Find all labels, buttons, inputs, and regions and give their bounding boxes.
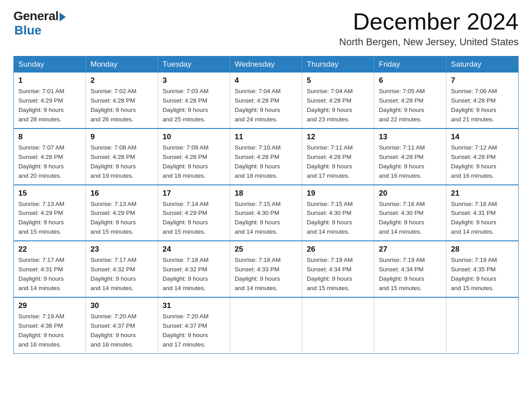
day-number: 13 [379, 133, 442, 141]
week-row-4: 22Sunrise: 7:17 AMSunset: 4:31 PMDayligh… [14, 241, 519, 297]
day-info: Sunrise: 7:19 AMSunset: 4:34 PMDaylight:… [307, 256, 369, 293]
day-info: Sunrise: 7:18 AMSunset: 4:32 PMDaylight:… [163, 256, 225, 293]
day-number: 4 [235, 76, 297, 85]
day-info: Sunrise: 7:13 AMSunset: 4:29 PMDaylight:… [90, 200, 153, 237]
calendar-cell: 13Sunrise: 7:11 AMSunset: 4:28 PMDayligh… [374, 128, 446, 185]
day-number: 29 [18, 301, 81, 310]
weekday-header-thursday: Thursday [302, 56, 374, 73]
calendar-cell: 10Sunrise: 7:09 AMSunset: 4:28 PMDayligh… [158, 128, 230, 185]
calendar-cell: 18Sunrise: 7:15 AMSunset: 4:30 PMDayligh… [230, 185, 302, 241]
day-number: 2 [90, 76, 153, 85]
calendar-cell: 19Sunrise: 7:15 AMSunset: 4:30 PMDayligh… [302, 185, 374, 241]
calendar-cell: 21Sunrise: 7:16 AMSunset: 4:31 PMDayligh… [446, 185, 519, 241]
calendar-cell: 16Sunrise: 7:13 AMSunset: 4:29 PMDayligh… [86, 185, 158, 241]
weekday-header-friday: Friday [374, 56, 446, 73]
day-info: Sunrise: 7:13 AMSunset: 4:29 PMDaylight:… [18, 200, 81, 237]
day-number: 1 [18, 76, 81, 85]
calendar-cell: 14Sunrise: 7:12 AMSunset: 4:28 PMDayligh… [446, 128, 519, 185]
day-number: 30 [90, 301, 153, 310]
day-number: 14 [451, 133, 514, 141]
day-number: 18 [235, 189, 297, 198]
day-info: Sunrise: 7:09 AMSunset: 4:28 PMDaylight:… [163, 143, 225, 181]
calendar-cell: 6Sunrise: 7:05 AMSunset: 4:28 PMDaylight… [374, 73, 446, 128]
day-info: Sunrise: 7:17 AMSunset: 4:31 PMDaylight:… [18, 256, 81, 293]
calendar-cell: 30Sunrise: 7:20 AMSunset: 4:37 PMDayligh… [86, 297, 158, 353]
day-info: Sunrise: 7:06 AMSunset: 4:28 PMDaylight:… [451, 87, 514, 124]
day-number: 16 [90, 189, 153, 198]
week-row-3: 15Sunrise: 7:13 AMSunset: 4:29 PMDayligh… [14, 185, 519, 241]
month-title: December 2024 [339, 9, 519, 34]
day-info: Sunrise: 7:20 AMSunset: 4:37 PMDaylight:… [90, 312, 153, 350]
day-info: Sunrise: 7:17 AMSunset: 4:32 PMDaylight:… [90, 256, 153, 293]
day-info: Sunrise: 7:16 AMSunset: 4:31 PMDaylight:… [451, 200, 514, 237]
week-row-2: 8Sunrise: 7:07 AMSunset: 4:28 PMDaylight… [14, 128, 519, 185]
calendar-cell: 2Sunrise: 7:02 AMSunset: 4:28 PMDaylight… [86, 73, 158, 128]
day-number: 5 [307, 76, 369, 85]
calendar-cell [374, 297, 446, 353]
calendar-cell: 17Sunrise: 7:14 AMSunset: 4:29 PMDayligh… [158, 185, 230, 241]
day-number: 22 [18, 245, 81, 254]
logo: General Blue [13, 9, 66, 38]
day-number: 9 [90, 133, 153, 141]
day-number: 17 [163, 189, 225, 198]
location-title: North Bergen, New Jersey, United States [339, 36, 519, 48]
day-info: Sunrise: 7:12 AMSunset: 4:28 PMDaylight:… [451, 143, 514, 181]
day-number: 28 [451, 245, 514, 254]
calendar-cell: 9Sunrise: 7:08 AMSunset: 4:28 PMDaylight… [86, 128, 158, 185]
day-number: 26 [307, 245, 369, 254]
calendar-cell: 26Sunrise: 7:19 AMSunset: 4:34 PMDayligh… [302, 241, 374, 297]
day-info: Sunrise: 7:03 AMSunset: 4:28 PMDaylight:… [163, 87, 225, 124]
day-number: 23 [90, 245, 153, 254]
week-row-1: 1Sunrise: 7:01 AMSunset: 4:29 PMDaylight… [14, 73, 519, 128]
weekday-header-saturday: Saturday [446, 56, 519, 73]
day-info: Sunrise: 7:02 AMSunset: 4:28 PMDaylight:… [90, 87, 153, 124]
day-info: Sunrise: 7:16 AMSunset: 4:30 PMDaylight:… [379, 200, 442, 237]
day-number: 15 [18, 189, 81, 198]
calendar-cell: 15Sunrise: 7:13 AMSunset: 4:29 PMDayligh… [14, 185, 86, 241]
weekday-header-wednesday: Wednesday [230, 56, 302, 73]
day-number: 19 [307, 189, 369, 198]
logo-general-text: General [13, 9, 59, 23]
day-info: Sunrise: 7:01 AMSunset: 4:29 PMDaylight:… [18, 87, 81, 124]
day-info: Sunrise: 7:19 AMSunset: 4:36 PMDaylight:… [18, 312, 81, 350]
calendar-cell: 5Sunrise: 7:04 AMSunset: 4:28 PMDaylight… [302, 73, 374, 128]
calendar-cell: 31Sunrise: 7:20 AMSunset: 4:37 PMDayligh… [158, 297, 230, 353]
calendar-cell: 28Sunrise: 7:19 AMSunset: 4:35 PMDayligh… [446, 241, 519, 297]
logo-blue-text: Blue [14, 23, 42, 38]
day-info: Sunrise: 7:19 AMSunset: 4:34 PMDaylight:… [379, 256, 442, 293]
day-number: 11 [235, 133, 297, 141]
day-number: 21 [451, 189, 514, 198]
calendar-cell: 23Sunrise: 7:17 AMSunset: 4:32 PMDayligh… [86, 241, 158, 297]
calendar-table: SundayMondayTuesdayWednesdayThursdayFrid… [13, 56, 519, 353]
day-number: 8 [18, 133, 81, 141]
day-info: Sunrise: 7:08 AMSunset: 4:28 PMDaylight:… [90, 143, 153, 181]
day-info: Sunrise: 7:04 AMSunset: 4:28 PMDaylight:… [235, 87, 297, 124]
day-info: Sunrise: 7:15 AMSunset: 4:30 PMDaylight:… [235, 200, 297, 237]
day-info: Sunrise: 7:10 AMSunset: 4:28 PMDaylight:… [235, 143, 297, 181]
day-info: Sunrise: 7:04 AMSunset: 4:28 PMDaylight:… [307, 87, 369, 124]
calendar-cell: 3Sunrise: 7:03 AMSunset: 4:28 PMDaylight… [158, 73, 230, 128]
day-number: 12 [307, 133, 369, 141]
day-info: Sunrise: 7:11 AMSunset: 4:28 PMDaylight:… [307, 143, 369, 181]
calendar-cell [230, 297, 302, 353]
weekday-header-row: SundayMondayTuesdayWednesdayThursdayFrid… [14, 56, 519, 73]
calendar-cell: 22Sunrise: 7:17 AMSunset: 4:31 PMDayligh… [14, 241, 86, 297]
calendar-cell: 8Sunrise: 7:07 AMSunset: 4:28 PMDaylight… [14, 128, 86, 185]
day-info: Sunrise: 7:19 AMSunset: 4:35 PMDaylight:… [451, 256, 514, 293]
calendar-cell: 27Sunrise: 7:19 AMSunset: 4:34 PMDayligh… [374, 241, 446, 297]
page-header: General Blue December 2024 North Bergen,… [13, 9, 519, 48]
day-number: 25 [235, 245, 297, 254]
day-info: Sunrise: 7:15 AMSunset: 4:30 PMDaylight:… [307, 200, 369, 237]
logo-arrow-icon [60, 13, 66, 21]
day-info: Sunrise: 7:05 AMSunset: 4:28 PMDaylight:… [379, 87, 442, 124]
calendar-cell: 29Sunrise: 7:19 AMSunset: 4:36 PMDayligh… [14, 297, 86, 353]
week-row-5: 29Sunrise: 7:19 AMSunset: 4:36 PMDayligh… [14, 297, 519, 353]
calendar-cell: 7Sunrise: 7:06 AMSunset: 4:28 PMDaylight… [446, 73, 519, 128]
calendar-cell: 25Sunrise: 7:18 AMSunset: 4:33 PMDayligh… [230, 241, 302, 297]
day-number: 7 [451, 76, 514, 85]
calendar-cell [446, 297, 519, 353]
day-info: Sunrise: 7:11 AMSunset: 4:28 PMDaylight:… [379, 143, 442, 181]
day-number: 27 [379, 245, 442, 254]
calendar-cell [302, 297, 374, 353]
day-number: 20 [379, 189, 442, 198]
